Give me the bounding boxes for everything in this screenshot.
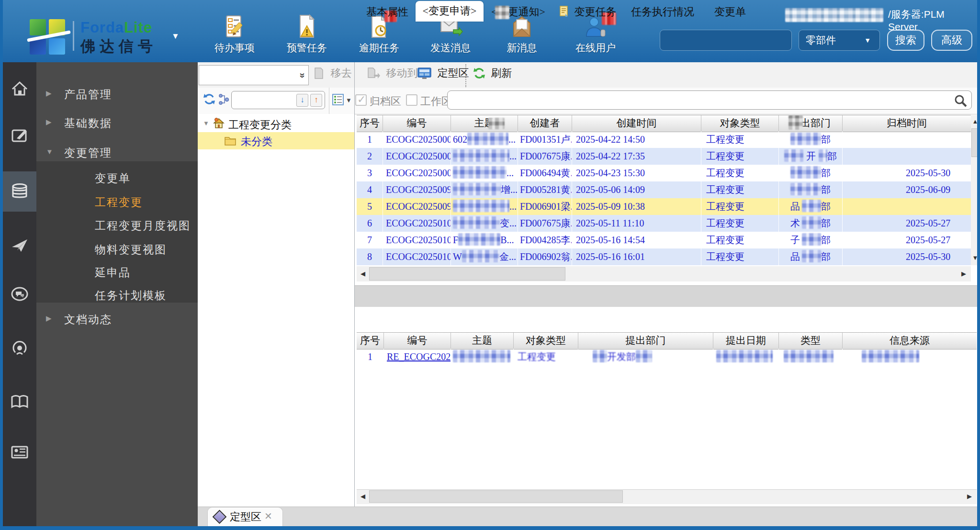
subcol-header-date[interactable]: 提出日期 xyxy=(713,333,779,349)
table-row[interactable]: 2 ECOGC20250001 ... FD007675康... 2025-04… xyxy=(357,148,971,165)
nav-subitem-label: 工程变更 xyxy=(95,195,143,210)
tree-refresh-icon[interactable] xyxy=(203,93,215,107)
sub-horizontal-scroll-thumb[interactable] xyxy=(369,490,623,503)
redaction-patch xyxy=(789,115,803,130)
view-list-icon[interactable] xyxy=(332,94,344,107)
col-header-archived[interactable]: 归档时间 xyxy=(843,115,971,132)
nav-subitem-change-order[interactable]: 变更单 xyxy=(36,169,198,188)
chat-icon[interactable] xyxy=(10,284,29,304)
nav-item-change-mgmt[interactable]: ▼ 变更管理 xyxy=(36,144,198,163)
tab-change-tasks[interactable]: 变更任务 xyxy=(559,4,617,22)
move-up-button[interactable]: ↑ xyxy=(310,94,322,107)
idcard-icon[interactable] xyxy=(10,442,29,462)
col-header-dept[interactable]: 提出部门 xyxy=(779,115,843,132)
tab-change-notice[interactable]: <变更通知> xyxy=(491,4,545,22)
tab-change-order[interactable]: 变更单 xyxy=(714,4,746,22)
nav-subitem-material-change-view[interactable]: 物料变更视图 xyxy=(36,240,198,259)
scroll-left-icon[interactable]: ◀ xyxy=(358,268,368,280)
finalize-zone-button[interactable]: 定型区 xyxy=(417,66,469,85)
home-icon[interactable] xyxy=(10,79,29,98)
nav-subitem-ec-monthly-view[interactable]: 工程变更月度视图 xyxy=(36,216,198,236)
nav-subitem-engineering-change[interactable]: 工程变更 xyxy=(36,193,198,212)
subcol-header-source[interactable]: 信息来源 xyxy=(843,333,977,349)
table-row[interactable]: 7 ECOGC20250103 FB... FD004285李... 2025-… xyxy=(357,232,971,248)
horizontal-scroll-thumb[interactable] xyxy=(369,267,565,281)
move-down-button[interactable]: ↓ xyxy=(296,94,308,107)
table-search-input[interactable] xyxy=(447,90,972,110)
nav-subitem-extension-product[interactable]: 延申品 xyxy=(36,263,198,282)
username-redacted xyxy=(785,8,883,22)
table-row[interactable]: 4 ECOGC20250098 增... FD005281黄... 2025-0… xyxy=(357,181,971,198)
table-row[interactable]: 1 ECOGC20250000 602... FD001351卢... 2025… xyxy=(357,131,971,148)
col-header-seq[interactable]: 序号 xyxy=(357,115,383,132)
subcol-header-subject[interactable]: 主题 xyxy=(451,333,514,349)
online-users-label: 在线用户 xyxy=(564,41,627,55)
table-row-selected[interactable]: 5 ECOGC20250099 ... FD006901梁... 2025-05… xyxy=(357,198,971,215)
col-header-objtype[interactable]: 对象类型 xyxy=(701,115,779,132)
search-button[interactable]: 搜索 xyxy=(887,30,924,51)
todo-list-icon xyxy=(222,13,248,40)
plm-application-window: FordaLite 佛达信号 ▼ 待办事项 xyxy=(0,0,980,530)
brand-dropdown-caret-icon[interactable]: ▼ xyxy=(171,32,180,41)
nav-item-product-mgmt[interactable]: ▶ 产品管理 xyxy=(36,85,198,104)
broadcast-icon[interactable] xyxy=(10,338,29,357)
advanced-search-button[interactable]: 高级 xyxy=(931,30,972,51)
subcol-header-objtype[interactable]: 对象类型 xyxy=(514,333,578,349)
remove-doc-icon xyxy=(313,67,325,82)
sub-scroll-right-icon[interactable]: ▶ xyxy=(964,491,975,502)
bottom-tab-finalize-zone[interactable]: 定型区 ✕ xyxy=(207,507,283,527)
close-icon[interactable]: ✕ xyxy=(264,510,272,522)
table-row[interactable]: 6 ECOGC20250101 变... FD007675康... 2025-0… xyxy=(357,215,971,232)
redacted-source xyxy=(862,350,919,362)
tab-task-execution[interactable]: 任务执行情况 xyxy=(631,4,694,22)
scroll-right-icon[interactable]: ▶ xyxy=(958,268,969,280)
finalize-zone-icon xyxy=(417,67,432,82)
table-row[interactable]: 8 ECOGC20250104 W金... FD006902翁... 2025-… xyxy=(357,248,971,265)
refresh-button[interactable]: 刷新 xyxy=(473,66,512,85)
view-dropdown-caret-icon[interactable]: ▼ xyxy=(346,97,352,104)
tree-filter-input[interactable]: ↓ ↑ xyxy=(231,91,325,109)
book-icon[interactable] xyxy=(10,392,29,411)
warning-tasks-button[interactable]: 预警任务 xyxy=(276,13,338,59)
tree-root-row[interactable]: ▼ 工程变更分类 xyxy=(198,116,354,132)
expand-chevrons-icon: » xyxy=(297,73,308,78)
workspace-checkbox[interactable] xyxy=(406,94,417,106)
nav-item-doc-activity[interactable]: ▶ 文档动态 xyxy=(36,310,198,329)
sub-scroll-left-icon[interactable]: ◀ xyxy=(358,491,368,502)
global-search-input[interactable] xyxy=(660,30,792,51)
tab-basic-properties[interactable]: 基本属性 xyxy=(366,4,408,22)
move-doc-icon xyxy=(366,67,381,82)
table-row[interactable]: 3 ECOGC20250002 ... FD006494黄... 2025-04… xyxy=(357,165,971,181)
subcol-header-code[interactable]: 编号 xyxy=(384,333,451,349)
subcol-header-type[interactable]: 类型 xyxy=(779,333,843,349)
nav-item-base-data[interactable]: ▶ 基础数据 xyxy=(36,114,198,133)
todo-items-button[interactable]: 待办事项 xyxy=(203,13,266,59)
brand-name-lite: Lite xyxy=(124,19,152,36)
module-icon-strip xyxy=(3,62,36,530)
nav-item-label: 变更管理 xyxy=(64,146,112,160)
subcol-header-dept[interactable]: 提出部门 xyxy=(578,333,713,349)
database-icon[interactable] xyxy=(10,182,29,201)
tree-hierarchy-icon[interactable] xyxy=(218,94,230,107)
col-header-subject[interactable]: 主题 xyxy=(451,115,518,132)
remove-button[interactable]: 移去 xyxy=(313,66,352,85)
move-to-button[interactable]: 移动到 xyxy=(366,66,418,85)
send-icon[interactable] xyxy=(10,236,29,255)
edit-icon[interactable] xyxy=(10,125,29,145)
col-header-creator[interactable]: 创建者 xyxy=(518,115,572,132)
nav-subitem-task-plan-template[interactable]: 任务计划模板 xyxy=(36,286,198,305)
sub-table-row[interactable]: 1 RE_ECOGC2025... 工程变更 开发部 xyxy=(357,349,977,365)
brand-name-forda: Forda xyxy=(80,19,124,36)
search-icon[interactable] xyxy=(954,94,967,107)
layout-combo-box[interactable]: » xyxy=(199,65,309,85)
archive-zone-checkbox[interactable] xyxy=(355,94,367,106)
search-category-select[interactable]: 零部件 ▼ xyxy=(799,30,880,51)
col-header-code[interactable]: 编号 xyxy=(383,115,451,132)
tree-node-selected[interactable]: 未分类 xyxy=(198,132,354,149)
col-header-created[interactable]: 创建时间 xyxy=(572,115,701,132)
subcol-header-seq[interactable]: 序号 xyxy=(357,333,384,349)
tab-change-request-active[interactable]: <变更申请> xyxy=(416,1,484,22)
window-frame xyxy=(977,0,980,530)
tree-expanded-arrow-icon[interactable]: ▼ xyxy=(203,120,209,127)
bottom-tab-label: 定型区 xyxy=(230,510,261,524)
